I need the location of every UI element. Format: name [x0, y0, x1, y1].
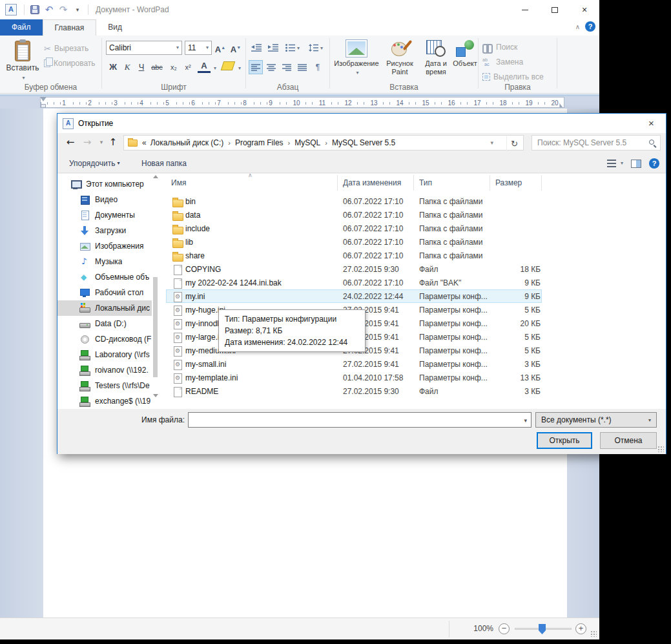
justify-button[interactable] — [295, 60, 309, 74]
search-input[interactable] — [536, 137, 645, 149]
collapse-ribbon-icon[interactable]: ∧ — [575, 23, 580, 30]
font-size-select[interactable]: 11▾ — [185, 41, 212, 55]
breadcrumb-item[interactable]: › MySQL Server 5.5 — [320, 138, 395, 147]
grow-font-button[interactable]: А▲ — [213, 41, 227, 55]
file-row[interactable]: data 06.07.2022 17:10 Папка с файлами — [166, 208, 542, 222]
column-header[interactable]: Тип — [414, 175, 490, 191]
ribbon-tab[interactable]: Главная — [43, 19, 97, 36]
subscript-button[interactable]: x₂ — [167, 60, 181, 74]
sidebar-item[interactable]: Объемные объ — [57, 269, 152, 285]
scroll-down-icon[interactable] — [153, 394, 158, 397]
sidebar-item[interactable]: Документы — [57, 207, 152, 223]
chevron-down-icon[interactable]: ▾ — [524, 417, 527, 424]
superscript-button[interactable]: x² — [181, 60, 195, 74]
new-folder-button[interactable]: Новая папка — [138, 156, 191, 171]
paragraph-settings-button[interactable]: ¶ — [311, 60, 325, 74]
file-row[interactable]: COPYING 27.02.2015 9:30 Файл 18 КБ — [166, 262, 542, 276]
sidebar-item[interactable]: Видео — [57, 192, 152, 207]
sort-ascending-icon[interactable]: ∧ — [248, 174, 253, 178]
file-row[interactable]: my.ini 24.02.2022 12:44 Параметры конф..… — [166, 289, 542, 303]
sidebar-item[interactable]: Локальный дис — [57, 300, 152, 316]
dialog-resize-grip[interactable] — [657, 446, 664, 452]
file-row[interactable]: lib 06.07.2022 17:10 Папка с файлами — [166, 235, 542, 249]
undo-button[interactable]: ↶ — [42, 2, 56, 17]
file-row[interactable]: README 27.02.2015 9:30 Файл 3 КБ — [166, 384, 542, 398]
back-button[interactable]: ← — [63, 134, 78, 151]
file-row[interactable]: my-small.ini 27.02.2015 9:41 Параметры к… — [166, 357, 542, 371]
zoom-out-button[interactable]: − — [499, 623, 510, 634]
replace-button[interactable]: Замена — [482, 56, 523, 68]
qat-customize-button[interactable]: ▾ — [70, 2, 85, 17]
line-spacing-button[interactable]: ▾ — [305, 41, 326, 55]
highlight-color-button[interactable] — [221, 61, 236, 70]
breadcrumb-item[interactable]: › Program Files — [223, 138, 283, 147]
filename-input[interactable] — [191, 414, 514, 426]
save-button[interactable] — [28, 2, 42, 17]
bold-button[interactable]: Ж — [106, 60, 120, 74]
decrease-indent-button[interactable] — [249, 41, 264, 55]
refresh-button[interactable]: ↻ — [506, 136, 522, 151]
file-row[interactable]: share 06.07.2022 17:10 Папка с файлами — [166, 249, 542, 262]
chevron-down-icon[interactable]: ▾ — [238, 65, 241, 71]
indent-marker-top[interactable] — [40, 97, 46, 101]
font-color-button[interactable]: А — [198, 60, 211, 73]
organize-button[interactable]: Упорядочить ▾ — [65, 156, 123, 171]
column-header[interactable]: Размер — [490, 175, 542, 191]
up-button[interactable]: ↑ — [105, 134, 121, 151]
zoom-in-button[interactable]: + — [575, 623, 586, 634]
cancel-button[interactable]: Отмена — [600, 432, 657, 449]
preview-pane-button[interactable] — [627, 156, 645, 171]
ribbon-tab[interactable]: Вид — [96, 19, 134, 36]
sidebar-item[interactable]: CD-дисковод (F: — [57, 331, 152, 347]
sidebar-item[interactable]: Музыка — [57, 254, 152, 269]
file-row[interactable]: include 06.07.2022 17:10 Папка с файлами — [166, 222, 542, 235]
close-button[interactable]: × — [570, 0, 599, 19]
column-header[interactable]: Дата изменения — [338, 175, 414, 191]
select-all-button[interactable]: Выделить все — [482, 70, 544, 83]
align-left-button[interactable] — [249, 60, 263, 74]
maximize-button[interactable] — [540, 0, 570, 19]
sidebar-item[interactable]: Data (D:) — [57, 316, 152, 331]
help-icon[interactable]: ? — [585, 21, 595, 32]
sidebar-item[interactable]: Рабочий стол — [57, 285, 152, 300]
sidebar-item[interactable]: Laboratory (\\rfs — [57, 347, 152, 362]
dialog-help-button[interactable]: ? — [645, 156, 663, 171]
file-row[interactable]: my-template.ini 01.04.2010 17:58 Парамет… — [166, 371, 542, 384]
sidebar-scrollbar[interactable] — [152, 175, 159, 406]
sidebar-item[interactable]: Testers (\\rfs\De — [57, 378, 152, 393]
cut-button[interactable]: ✂ Вырезать — [44, 42, 88, 55]
font-family-select[interactable]: Calibri▾ — [106, 41, 182, 55]
copy-button[interactable]: Копировать — [44, 57, 96, 70]
open-button[interactable]: Открыть — [537, 432, 592, 449]
sidebar-item[interactable]: exchange$ (\\19 — [57, 393, 152, 409]
sidebar-item[interactable]: Загрузки — [57, 223, 152, 238]
strikethrough-button[interactable]: abc — [149, 60, 165, 74]
indent-marker-bottom[interactable] — [41, 104, 46, 108]
shrink-font-button[interactable]: А▼ — [229, 41, 243, 55]
zoom-slider[interactable] — [515, 628, 572, 630]
change-view-button[interactable]: ▾ — [603, 156, 627, 171]
filetype-select[interactable]: Все документы (*.*) ▾ — [535, 412, 657, 428]
address-bar[interactable]: « › Локальный диск (C:) › Program Files … — [123, 135, 524, 151]
underline-button[interactable]: Ч — [134, 60, 149, 74]
italic-button[interactable]: К — [120, 60, 134, 74]
file-row[interactable]: my 2022-02-24 1244.ini.bak 06.07.2022 17… — [166, 276, 542, 289]
resize-grip[interactable] — [590, 630, 597, 637]
scrollbar-thumb[interactable] — [153, 277, 158, 377]
sidebar-item[interactable]: Изображения — [57, 238, 152, 254]
sidebar-item[interactable]: Этот компьютер — [57, 176, 152, 192]
sidebar-item[interactable]: roivanov (\\192. — [57, 362, 152, 378]
list-button[interactable]: ▾ — [282, 41, 303, 55]
find-button[interactable]: Поиск — [482, 41, 517, 54]
breadcrumb-item[interactable]: › MySQL — [284, 138, 321, 147]
breadcrumb-item[interactable]: › Локальный диск (C:) — [150, 138, 224, 147]
file-row[interactable]: bin 06.07.2022 17:10 Папка с файлами — [166, 194, 542, 208]
minimize-button[interactable] — [510, 0, 540, 19]
address-dropdown-icon[interactable]: ▾ — [490, 140, 493, 146]
dialog-close-button[interactable]: × — [637, 114, 666, 132]
paste-button[interactable]: Вставить ▾ — [5, 39, 40, 87]
chevron-down-icon[interactable]: ▾ — [214, 65, 216, 71]
align-right-button[interactable] — [280, 60, 294, 74]
increase-indent-button[interactable] — [265, 41, 281, 55]
ribbon-tab[interactable]: Файл — [0, 19, 43, 36]
